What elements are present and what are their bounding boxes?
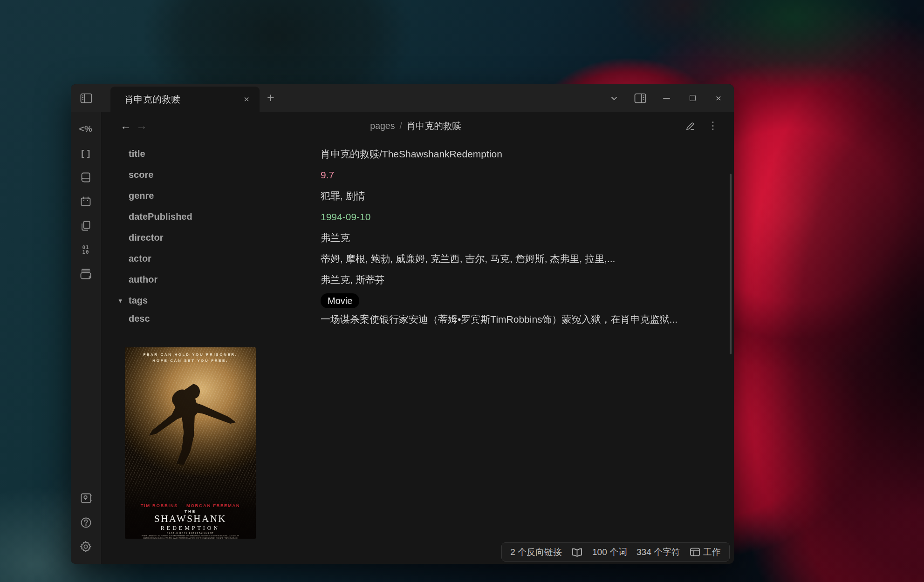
collapse-arrow-icon[interactable]: ▾ [119, 297, 125, 304]
attribute-row-author: author 弗兰克, 斯蒂芬 [129, 269, 734, 290]
tab-title: 肖申克的救赎 [124, 93, 241, 106]
vertical-scrollbar[interactable] [730, 174, 732, 354]
poster-actor-names: TIM ROBBINS MORGAN FREEMAN [125, 503, 256, 508]
backlinks-count[interactable]: 2 个反向链接 [510, 546, 562, 558]
new-tab-button[interactable]: + [260, 84, 282, 112]
breadcrumb-separator: / [399, 121, 402, 131]
book-icon[interactable] [78, 170, 94, 184]
close-window-button[interactable]: × [709, 88, 728, 108]
book-open-icon [571, 547, 583, 557]
attribute-key[interactable]: desc [129, 311, 321, 324]
breadcrumb-current[interactable]: 肖申克的救赎 [407, 120, 461, 132]
attribute-row-genre: genre 犯罪, 剧情 [129, 185, 734, 206]
attribute-row-title: title 肖申克的救赎/TheShawshankRedemption [129, 143, 734, 164]
panel-left-icon [80, 93, 92, 103]
forward-button[interactable]: → [134, 118, 150, 134]
documents-icon[interactable] [78, 219, 94, 233]
titlebar-left-box [71, 84, 101, 112]
attribute-value[interactable]: 9.7 [321, 167, 334, 183]
workspace-name: 工作 [703, 546, 721, 558]
attribute-key[interactable]: score [129, 169, 321, 180]
document-body: title 肖申克的救赎/TheShawshankRedemption scor… [101, 140, 734, 539]
attribute-key[interactable]: title [129, 149, 321, 159]
attribute-key[interactable]: actor [129, 253, 321, 264]
attribute-row-desc: desc 一场谋杀案使银行家安迪（蒂姆•罗宾斯TimRobbins饰）蒙冤入狱，… [129, 311, 734, 332]
breadcrumb-parent[interactable]: pages [370, 121, 395, 131]
attribute-value[interactable]: 蒂姆, 摩根, 鲍勃, 威廉姆, 克兰西, 吉尔, 马克, 詹姆斯, 杰弗里, … [321, 250, 615, 267]
tab-close-icon[interactable]: × [241, 93, 252, 106]
titlebar-spacer [282, 84, 604, 112]
flashcard-add-icon[interactable] [78, 267, 94, 281]
attribute-key-label: tags [129, 295, 148, 306]
poster-title-sub: REDEMPTION [125, 525, 256, 532]
attribute-key[interactable]: datePublished [129, 211, 321, 222]
back-button[interactable]: ← [118, 118, 134, 134]
readonly-toggle-button[interactable] [571, 547, 583, 557]
attribute-row-score: score 9.7 [129, 164, 734, 185]
attribute-key[interactable]: ▾ tags [129, 295, 321, 306]
template-icon[interactable]: <% [78, 122, 94, 136]
attribute-row-datepublished: datePublished 1994-09-10 [129, 206, 734, 227]
workspace-switcher-button[interactable]: 工作 [690, 546, 721, 558]
desktop-wallpaper: 肖申克的救赎 × + [0, 0, 924, 582]
poster-actor-right: MORGAN FREEMAN [186, 503, 240, 508]
movie-poster-image[interactable]: FEAR CAN HOLD YOU PRISONER. HOPE CAN SET… [125, 347, 256, 539]
brackets-icon[interactable]: [ ] [78, 146, 94, 160]
toggle-right-sidebar-button[interactable] [630, 88, 650, 108]
poster-title-main: SHAWSHANK [125, 513, 256, 525]
app-window: 肖申克的救赎 × + [71, 84, 734, 564]
toolbar-right: ⋮ [682, 117, 722, 135]
attribute-key[interactable]: director [129, 232, 321, 243]
attribute-row-tags: ▾ tags Movie [129, 290, 734, 311]
safe-icon[interactable] [78, 491, 94, 505]
attribute-value[interactable]: 弗兰克, 斯蒂芬 [321, 271, 385, 288]
workspace-icon [690, 547, 700, 557]
window-controls: × [604, 84, 728, 112]
toggle-left-sidebar-button[interactable] [80, 93, 92, 103]
attribute-value[interactable]: 弗兰克 [321, 230, 350, 246]
maximize-button[interactable] [683, 88, 702, 108]
more-options-button[interactable]: ⋮ [704, 117, 722, 135]
left-dock: <% [ ] [71, 112, 101, 564]
attribute-key[interactable]: author [129, 274, 321, 285]
tag-movie[interactable]: Movie [321, 293, 359, 308]
poster-tagline-line1: FEAR CAN HOLD YOU PRISONER. [125, 352, 256, 358]
settings-icon[interactable] [78, 540, 94, 554]
editor-pane: ← → pages / 肖申克的救赎 [101, 112, 734, 564]
titlebar: 肖申克的救赎 × + [71, 84, 734, 112]
poster-credits-block: FRANK DARABONT TIM ROBBINS MORGAN FREEMA… [129, 535, 252, 539]
editor-toolbar: ← → pages / 肖申克的救赎 [101, 112, 734, 140]
poster-actor-left: TIM ROBBINS [141, 503, 178, 508]
edit-mode-button[interactable] [682, 117, 699, 135]
breadcrumb[interactable]: pages / 肖申克的救赎 [370, 112, 461, 140]
chevron-down-icon [610, 94, 618, 102]
poster-studio-line: CASTLE ROCK ENTERTAINMENT [125, 532, 256, 535]
attribute-value[interactable]: 肖申克的救赎/TheShawshankRedemption [321, 146, 502, 162]
poster-credits-line: CLANCY BROWN GIL BELLOWS AND JAMES WHITM… [129, 537, 252, 539]
tab-menu-button[interactable] [604, 88, 624, 108]
close-icon: × [716, 93, 721, 103]
attribute-value[interactable]: 犯罪, 剧情 [321, 188, 365, 204]
binary-icon[interactable]: 01 10 [78, 243, 94, 257]
attribute-value[interactable]: 一场谋杀案使银行家安迪（蒂姆•罗宾斯TimRobbins饰）蒙冤入狱，在肖申克监… [321, 311, 678, 328]
attribute-row-director: director 弗兰克 [129, 227, 734, 248]
pencil-icon [685, 120, 696, 131]
maximize-icon [690, 95, 696, 101]
attribute-key[interactable]: genre [129, 190, 321, 201]
poster-man-silhouette [136, 366, 246, 484]
minimize-icon [663, 98, 670, 99]
tab-shawshank[interactable]: 肖申克的救赎 × [110, 87, 260, 112]
panel-right-icon [634, 93, 646, 103]
attribute-value[interactable]: 1994-09-10 [321, 209, 370, 225]
status-bar: 2 个反向链接 100 个词 334 个字符 [501, 542, 730, 562]
poster-tagline-line2: HOPE CAN SET YOU FREE. [125, 358, 256, 364]
help-icon[interactable] [78, 515, 94, 529]
minimize-button[interactable] [657, 88, 676, 108]
attribute-value: Movie [321, 292, 359, 309]
calendar-icon[interactable] [78, 195, 94, 209]
attribute-row-actor: actor 蒂姆, 摩根, 鲍勃, 威廉姆, 克兰西, 吉尔, 马克, 詹姆斯,… [129, 248, 734, 269]
char-count: 334 个字符 [637, 546, 680, 558]
poster-tagline: FEAR CAN HOLD YOU PRISONER. HOPE CAN SET… [125, 352, 256, 364]
word-count: 100 个词 [592, 546, 627, 558]
window-main: <% [ ] [71, 112, 734, 564]
